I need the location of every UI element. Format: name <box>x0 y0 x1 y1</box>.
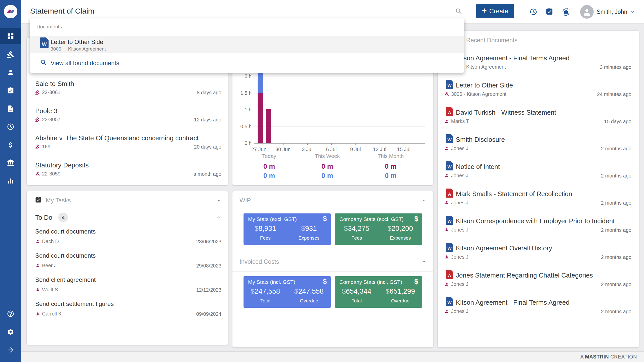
tile-label: Overdue <box>287 298 331 304</box>
sidebar-item-dashboard[interactable] <box>0 28 21 44</box>
chevron-down-icon[interactable] <box>629 9 635 15</box>
document-ago: 2 months ago <box>601 200 631 206</box>
pdf-doc-icon: A <box>446 270 453 279</box>
matter-ago: 20 days ago <box>194 144 221 150</box>
person-icon <box>445 119 449 123</box>
search-icon[interactable] <box>455 8 463 15</box>
user-avatar[interactable] <box>580 5 594 19</box>
view-all-label: View all found documents <box>51 60 119 67</box>
summary-primary: 0 m <box>242 163 297 170</box>
create-button[interactable]: + Create <box>476 4 514 18</box>
sidebar-item-help[interactable] <box>0 306 21 322</box>
tile-label: Expenses <box>379 235 422 241</box>
clock-icon <box>7 123 14 130</box>
user-menu[interactable]: Smith, John <box>597 9 627 15</box>
x-axis-label: 3 Jul <box>295 147 320 152</box>
document-list-item[interactable]: W Letter to Other Side 3006 - Kitson Agr… <box>438 79 639 105</box>
person-icon <box>36 239 40 244</box>
divider <box>232 209 433 209</box>
dollar-icon: $ <box>323 278 327 286</box>
word-doc-icon: W <box>446 297 453 306</box>
gridline <box>254 76 425 76</box>
document-list-item[interactable]: W Kitson Agreement - Final Terms Agreed … <box>438 52 639 77</box>
matter-list-item[interactable]: Statutory Deposits 22-3059 a month ago <box>27 161 228 187</box>
sidebar-item-time[interactable] <box>0 119 21 135</box>
sidebar-item-contacts[interactable] <box>0 64 21 80</box>
document-title: Jones Statement Regarding Chattel Catego… <box>456 272 593 279</box>
document-list-item[interactable]: W Kitson Agreement - Final Terms Agreed … <box>438 297 639 322</box>
tasks-clipboard-icon[interactable] <box>545 8 553 16</box>
stats-tile: Company Stats (incl. GST) $ $654,344 Tot… <box>335 276 422 308</box>
document-list-item[interactable]: W Smith Disclosure Jones J 2 months ago <box>438 134 639 159</box>
x-axis-label: 15 Jul <box>391 147 416 152</box>
person-icon <box>7 69 14 76</box>
x-axis-label: 12 Jul <box>367 147 392 152</box>
task-due-date: 29/08/2023 <box>196 263 221 269</box>
document-ago: 2 months ago <box>601 146 631 152</box>
x-axis-label: 6 Jul <box>319 147 344 152</box>
sidebar-item-reports[interactable] <box>0 173 21 189</box>
result-matter: Kitson Agreement <box>68 46 106 52</box>
document-list-item[interactable]: A Jones Statement Regarding Chattel Cate… <box>438 269 639 295</box>
todo-group-row[interactable]: To Do 4 <box>27 209 228 227</box>
document-list-item[interactable]: W Kitson Agreement Overall History Jones… <box>438 242 639 267</box>
tile-label: Fees <box>335 235 379 241</box>
briefcase-sync-icon[interactable] <box>561 8 571 17</box>
task-list-item[interactable]: Send court settlement figures Carroll K … <box>27 300 228 323</box>
divider <box>438 48 639 48</box>
document-list-item[interactable]: W Notice of Intent Jones J 2 months ago <box>438 161 639 186</box>
chevron-up-icon[interactable] <box>216 214 222 220</box>
matter-list-item[interactable]: Sale to Smith 22-3061 8 days ago <box>27 80 228 105</box>
task-list-item[interactable]: Send court documents Beer J 29/08/2023 <box>27 252 228 274</box>
document-list-item[interactable]: A Mark Smalls - Statement of Recollectio… <box>438 188 639 213</box>
wip-title: WIP <box>239 197 251 204</box>
search-result-item[interactable]: W Letter to Other Side 3006 Kitson Agree… <box>30 36 464 53</box>
document-meta: Jones J <box>451 254 468 260</box>
sidebar-item-billing[interactable] <box>0 137 21 153</box>
sidebar-item-matters[interactable] <box>0 46 21 62</box>
tile-label: Expenses <box>287 235 331 241</box>
x-axis-label: 30 Jun <box>270 147 296 152</box>
tile-name: Company Stats (incl. GST) <box>339 279 402 285</box>
sidebar-item-accounts[interactable] <box>0 155 21 171</box>
chevron-up-icon[interactable] <box>421 259 427 265</box>
person-icon <box>36 263 40 268</box>
bank-icon <box>7 159 14 167</box>
x-axis <box>254 143 425 144</box>
gavel-icon <box>35 117 40 122</box>
y-axis-label: 1.5 h <box>234 90 252 96</box>
sidebar-item-tasks[interactable] <box>0 82 21 99</box>
tile-value: $247,558 <box>287 287 331 295</box>
document-meta: Jones J <box>451 146 468 151</box>
document-list-item[interactable]: W Kitson Correspondence with Employer Pr… <box>438 215 639 240</box>
matter-title: Abshire v. The State Of Queensland conce… <box>35 134 198 142</box>
sidebar-item-documents[interactable] <box>0 101 21 117</box>
task-list-item[interactable]: Send court documents Dach D 28/06/2023 <box>27 228 228 250</box>
person-icon <box>445 200 449 205</box>
history-icon[interactable] <box>529 8 537 16</box>
global-search-query[interactable]: Statement of Claim <box>30 7 94 15</box>
time-summary: This Week 0 m 0 m <box>300 153 355 180</box>
y-axis-label: 0 h <box>234 140 252 146</box>
matter-ago: 12 days ago <box>194 117 221 123</box>
task-title: Send court documents <box>35 252 96 259</box>
word-doc-icon: W <box>446 161 453 170</box>
matter-list-item[interactable]: Abshire v. The State Of Queensland conce… <box>27 134 228 159</box>
my-tasks-card: My Tasks To Do 4 Send court documents Da… <box>27 191 228 345</box>
matter-list-item[interactable]: Poole 3 22-3057 12 days ago <box>27 107 228 132</box>
document-list-item[interactable]: A David Turkish - Witness Statement Mark… <box>438 107 639 132</box>
sidebar-item-expand[interactable] <box>0 342 21 358</box>
dropdown-caret-icon[interactable] <box>215 197 222 204</box>
app-logo[interactable] <box>4 5 17 18</box>
task-due-date: 09/09/2024 <box>196 311 221 317</box>
arrow-right-icon <box>7 346 14 354</box>
sidebar-item-settings[interactable] <box>0 324 21 340</box>
chevron-up-icon[interactable] <box>421 197 427 203</box>
task-list-item[interactable]: Send client agreement Wolff S 12/12/2023 <box>27 276 228 298</box>
word-doc-icon: W <box>446 80 453 89</box>
view-all-documents[interactable]: View all found documents <box>30 53 464 73</box>
summary-label: This Month <box>363 153 418 159</box>
task-due-date: 28/06/2023 <box>196 239 221 245</box>
document-meta: Jones J <box>451 173 468 178</box>
summary-label: Today <box>242 153 297 159</box>
